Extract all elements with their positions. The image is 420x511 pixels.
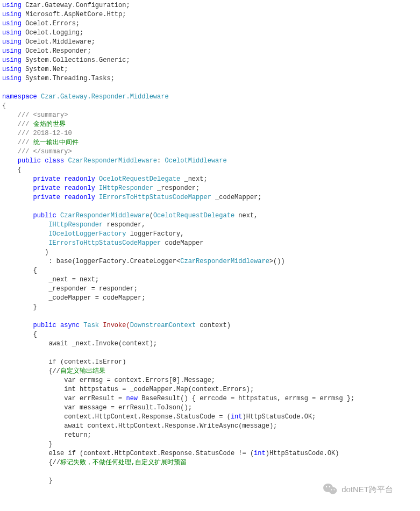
watermark: dotNET跨平台 — [323, 483, 393, 487]
code-block: using Czar.Gateway.Configuration; using … — [2, 1, 418, 486]
wechat-icon — [323, 483, 337, 487]
svg-point-0 — [323, 484, 333, 487]
watermark-text: dotNET跨平台 — [341, 485, 393, 487]
